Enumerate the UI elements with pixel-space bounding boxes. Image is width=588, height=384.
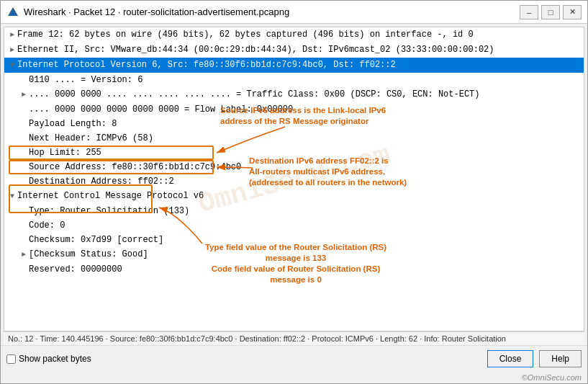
tree-row[interactable]: Payload Length: 8 (4, 117, 584, 131)
row-text: .... 0000 0000 .... .... .... .... .... … (29, 89, 480, 99)
tree-row[interactable]: ►[Checksum Status: Good] (4, 247, 584, 262)
tree-row[interactable]: Code: 0 (4, 218, 584, 233)
bottom-bar: Show packet bytes Close Help (1, 345, 587, 372)
expand-icon[interactable]: ▼ (7, 59, 17, 72)
tree-row[interactable]: Next Header: ICMPv6 (58) (4, 131, 584, 146)
tree-row[interactable]: 0110 .... = Version: 6 (4, 73, 584, 87)
row-text: Next Header: ICMPv6 (58) (29, 133, 153, 143)
copyright-text: ©OmniSecu.com (1, 372, 587, 383)
minimize-button[interactable]: – (520, 5, 538, 19)
tree-row[interactable]: ▼Internet Control Message Protocol v6 (4, 189, 584, 204)
tree-row[interactable]: Type: Router Solicitation (133) (4, 204, 584, 218)
tree-row[interactable]: ►Frame 12: 62 bytes on wire (496 bits), … (4, 27, 584, 43)
show-bytes-checkbox[interactable] (6, 354, 16, 364)
app-icon (6, 6, 19, 19)
row-text: Source Address: fe80::30f6:bb1d:c7c9:4bc… (29, 162, 241, 172)
row-text: Checksum: 0x7d99 [correct] (29, 235, 163, 245)
row-text: Ethernet II, Src: VMware_db:44:34 (00:0c… (17, 45, 494, 55)
row-text: Destination Address: ff02::2 (29, 177, 174, 187)
packet-tree[interactable]: ►Frame 12: 62 bytes on wire (496 bits), … (4, 27, 584, 331)
row-text: Internet Control Message Protocol v6 (17, 191, 204, 201)
show-bytes-row: Show packet bytes (6, 354, 241, 364)
tree-row[interactable]: Hop Limit: 255 (4, 146, 584, 160)
tree-row[interactable]: Destination Address: ff02::2 (4, 174, 584, 189)
expand-icon[interactable]: ► (7, 29, 17, 42)
row-text: Type: Router Solicitation (133) (29, 206, 189, 216)
maximize-button[interactable]: □ (541, 5, 560, 19)
tree-row[interactable]: .... 0000 0000 0000 0000 0000 = Flow Lab… (4, 102, 584, 117)
tree-row[interactable]: ▼Internet Protocol Version 6, Src: fe80:… (4, 58, 584, 73)
row-text: Code: 0 (29, 220, 65, 231)
expand-icon[interactable]: ► (19, 89, 29, 102)
row-text: Hop Limit: 255 (29, 148, 101, 158)
content-area: ►Frame 12: 62 bytes on wire (496 bits), … (1, 24, 587, 383)
row-text: .... 0000 0000 0000 0000 0000 = Flow Lab… (29, 104, 293, 115)
expand-icon[interactable]: ► (19, 249, 29, 262)
window-title: Wireshark · Packet 12 · router-solicitat… (24, 6, 520, 17)
row-text: [Checksum Status: Good] (29, 249, 148, 259)
row-text: Internet Protocol Version 6, Src: fe80::… (17, 60, 396, 70)
row-text: Payload Length: 8 (29, 119, 117, 129)
show-bytes-label: Show packet bytes (19, 354, 91, 364)
row-text: Reserved: 00000000 (29, 264, 122, 274)
tree-row[interactable]: Source Address: fe80::30f6:bb1d:c7c9:4bc… (4, 160, 584, 174)
window-close-button[interactable]: ✕ (563, 5, 582, 19)
tree-row[interactable]: Checksum: 0x7d99 [correct] (4, 233, 584, 247)
expand-icon[interactable]: ► (7, 44, 17, 57)
tree-row[interactable]: Reserved: 00000000 (4, 262, 584, 277)
row-text: Frame 12: 62 bytes on wire (496 bits), 6… (17, 30, 474, 40)
status-bar: No.: 12 · Time: 140.445196 · Source: fe8… (4, 331, 584, 345)
window-controls: – □ ✕ (520, 5, 582, 19)
row-text: 0110 .... = Version: 6 (29, 75, 143, 85)
tree-row[interactable]: ►Ethernet II, Src: VMware_db:44:34 (00:0… (4, 43, 584, 58)
tree-row[interactable]: ►.... 0000 0000 .... .... .... .... ....… (4, 87, 584, 102)
title-bar: Wireshark · Packet 12 · router-solicitat… (1, 1, 587, 24)
wireshark-window: Wireshark · Packet 12 · router-solicitat… (0, 0, 588, 384)
help-button[interactable]: Help (539, 350, 582, 367)
expand-icon[interactable]: ▼ (7, 190, 17, 203)
close-button[interactable]: Close (487, 350, 534, 367)
